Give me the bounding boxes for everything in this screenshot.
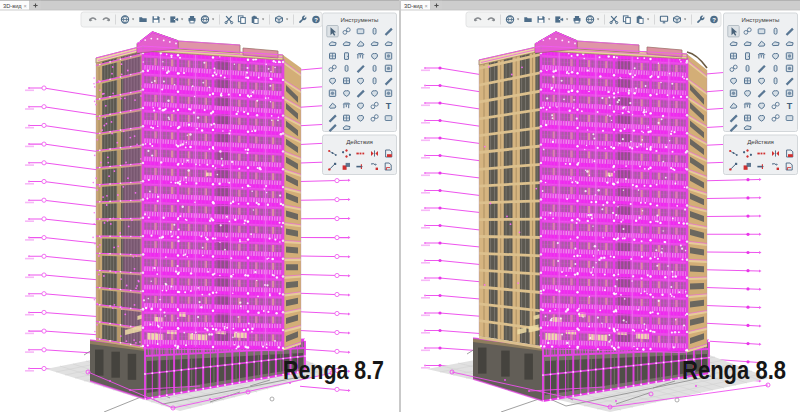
svg-text:Renga 8.7: Renga 8.7 xyxy=(283,356,384,384)
svg-text:Действия: Действия xyxy=(747,138,774,145)
svg-text:Renga 8.8: Renga 8.8 xyxy=(682,356,786,384)
svg-text:?: ? xyxy=(712,17,716,23)
svg-text:T: T xyxy=(386,101,392,111)
svg-text:?: ? xyxy=(314,17,318,23)
svg-text:×: × xyxy=(425,3,428,9)
svg-text:3D-вид: 3D-вид xyxy=(404,3,423,9)
svg-text:Инструменты: Инструменты xyxy=(742,16,780,23)
svg-text:3D-вид: 3D-вид xyxy=(3,3,22,9)
svg-text:×: × xyxy=(24,3,27,9)
svg-text:T: T xyxy=(787,101,793,111)
svg-text:Действия: Действия xyxy=(346,138,373,145)
svg-text:Инструменты: Инструменты xyxy=(341,16,379,23)
